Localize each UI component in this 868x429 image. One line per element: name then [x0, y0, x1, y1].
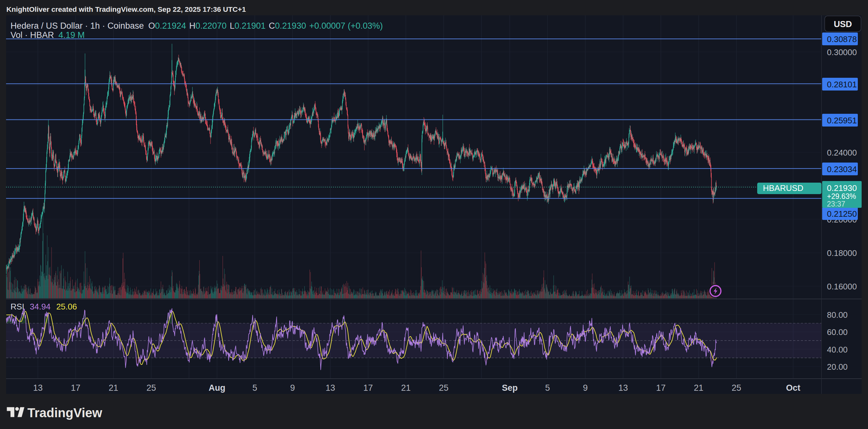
svg-text:17: 17	[363, 383, 373, 393]
svg-text:0.30000: 0.30000	[827, 48, 857, 57]
svg-text:0.21930: 0.21930	[827, 183, 857, 193]
svg-text:9: 9	[583, 383, 588, 393]
svg-text:0.18000: 0.18000	[827, 248, 857, 258]
svg-text:17: 17	[656, 383, 665, 393]
svg-text:0.24000: 0.24000	[827, 148, 857, 158]
svg-text:60.00: 60.00	[827, 327, 848, 337]
svg-text:23:37: 23:37	[827, 200, 845, 208]
svg-text:25: 25	[439, 383, 448, 393]
svg-text:9: 9	[290, 383, 295, 393]
svg-text:Oct: Oct	[786, 383, 800, 393]
svg-text:KnightOliver created with Trad: KnightOliver created with TradingView.co…	[6, 5, 246, 13]
svg-text:13: 13	[326, 383, 335, 393]
svg-text:80.00: 80.00	[827, 310, 848, 320]
svg-text:40.00: 40.00	[827, 345, 848, 354]
svg-text:0.25951: 0.25951	[827, 116, 857, 125]
svg-text:Vol · HBAR4.19 M: Vol · HBAR4.19 M	[10, 30, 85, 40]
svg-text:25: 25	[147, 383, 156, 393]
svg-text:13: 13	[618, 383, 628, 393]
svg-text:0.21250: 0.21250	[827, 209, 857, 219]
svg-text:5: 5	[545, 383, 550, 393]
svg-text:21: 21	[401, 383, 411, 393]
svg-text:Aug: Aug	[209, 383, 225, 393]
svg-text:0.16000: 0.16000	[827, 282, 857, 291]
svg-text:0.28101: 0.28101	[827, 80, 857, 89]
svg-text:0.23034: 0.23034	[827, 165, 857, 174]
svg-text:TradingView: TradingView	[27, 406, 102, 420]
svg-text:5: 5	[252, 383, 257, 393]
svg-text:RSI 34.9425.06: RSI 34.9425.06	[10, 302, 77, 311]
svg-text:21: 21	[694, 383, 703, 393]
svg-text:17: 17	[71, 383, 81, 393]
svg-text:USD: USD	[834, 20, 852, 29]
svg-text:25: 25	[732, 383, 741, 393]
svg-text:+29.63%: +29.63%	[827, 192, 856, 200]
svg-text:HBARUSD: HBARUSD	[763, 183, 803, 193]
svg-text:21: 21	[108, 383, 118, 393]
svg-text:Hedera / US Dollar · 1h · Coin: Hedera / US Dollar · 1h · CoinbaseO0.219…	[10, 21, 383, 31]
svg-text:20.00: 20.00	[827, 362, 848, 372]
svg-text:13: 13	[33, 383, 43, 393]
svg-text:0.30878: 0.30878	[827, 34, 857, 44]
svg-text:Sep: Sep	[502, 383, 518, 393]
